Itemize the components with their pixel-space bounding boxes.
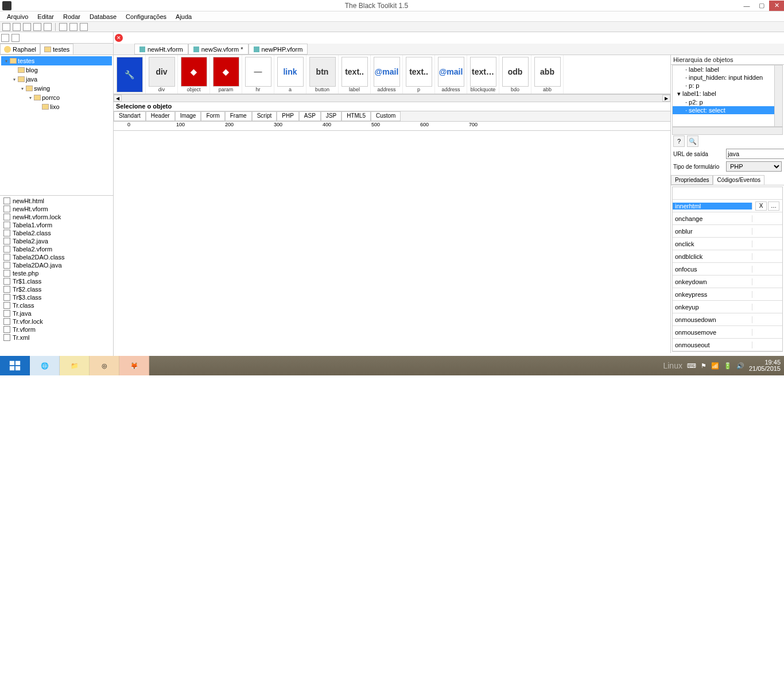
palette-item-p[interactable]: text..p xyxy=(403,55,435,94)
palette-item-div[interactable]: divdiv xyxy=(146,55,178,94)
events-list[interactable]: innerhtmlX…onchangeonbluronclickondblcli… xyxy=(672,187,783,352)
hierarchy-scroll[interactable] xyxy=(774,65,782,126)
menu-database[interactable]: Database xyxy=(85,13,121,21)
hierarchy-node[interactable]: · p2: p xyxy=(673,98,782,106)
explorer-icon[interactable]: 📁 xyxy=(60,356,90,375)
file-item[interactable]: Tabela2.class xyxy=(1,229,112,237)
file-item[interactable]: Tr$2.class xyxy=(1,285,112,293)
category-tab-jsp[interactable]: JSP xyxy=(321,111,341,121)
tree-node[interactable]: ▾java xyxy=(1,75,112,84)
file-item[interactable]: Tr.java xyxy=(1,309,112,317)
file-item[interactable]: Tabela1.vform xyxy=(1,221,112,229)
tree-node[interactable]: ▾porrco xyxy=(1,93,112,102)
close-all-icon[interactable]: ✕ xyxy=(115,34,123,42)
palette-item-a[interactable]: linka xyxy=(274,55,306,94)
hierarchy-node[interactable]: · input_hidden: input hidden xyxy=(673,73,782,82)
ie-icon[interactable]: 🌐 xyxy=(30,356,60,375)
category-tab-standart[interactable]: Standart xyxy=(114,111,146,121)
firefox-icon[interactable]: 🦊 xyxy=(119,356,149,375)
scroll-track[interactable] xyxy=(122,95,662,102)
palette-scrollbar[interactable]: ◀ ▶ xyxy=(114,94,670,102)
event-row-onkeyup[interactable]: onkeyup xyxy=(673,301,782,313)
close-button[interactable]: ✕ xyxy=(769,1,784,11)
file-item[interactable]: Tabela2DAO.java xyxy=(1,261,112,269)
palette-item-button[interactable]: btnbutton xyxy=(306,55,339,94)
toolbar-save-icon[interactable] xyxy=(23,23,31,31)
tab-propriedades[interactable]: Propriedades xyxy=(671,175,713,185)
file-item[interactable]: Tr.xml xyxy=(1,334,112,342)
file-item[interactable]: Tr.vform xyxy=(1,325,112,334)
category-tab-form[interactable]: Form xyxy=(201,111,224,121)
hierarchy-node[interactable]: · label: label xyxy=(673,65,782,73)
category-tab-header[interactable]: Header xyxy=(146,111,175,121)
tray-flag-icon[interactable]: ⚑ xyxy=(701,362,707,370)
project-tab-raphael[interactable]: Raphael xyxy=(0,44,40,55)
formtype-select[interactable]: PHP xyxy=(726,161,782,172)
event-row-innerhtml[interactable]: innerhtmlX… xyxy=(673,200,782,212)
url-input[interactable] xyxy=(726,149,784,159)
toolbar-open-icon[interactable] xyxy=(13,23,21,31)
scroll-left-icon[interactable]: ◀ xyxy=(114,95,122,102)
palette-item-abb[interactable]: abbabb xyxy=(531,55,564,94)
toolbar-stop-icon[interactable] xyxy=(69,23,77,31)
menu-editar[interactable]: Editar xyxy=(33,13,59,21)
tray-battery-icon[interactable]: 🔋 xyxy=(724,362,732,370)
category-tab-asp[interactable]: ASP xyxy=(299,111,321,121)
toolbar-web-icon[interactable] xyxy=(80,23,88,31)
toolbar-new-icon[interactable] xyxy=(2,23,10,31)
doc-tab-2[interactable]: newPHP.vform xyxy=(249,44,308,55)
menu-ajuda[interactable]: Ajuda xyxy=(171,13,196,21)
system-clock[interactable]: 19:45 21/05/2015 xyxy=(749,359,781,372)
palette-item-bdo[interactable]: odbbdo xyxy=(499,55,531,94)
tree-node[interactable]: ▾swing xyxy=(1,84,112,93)
folder-tree[interactable]: ▾testesblog▾java▾swing▾porrcolixo xyxy=(0,55,113,195)
file-item[interactable]: newHt.vform.lock xyxy=(1,213,112,221)
event-row-onkeypress[interactable]: onkeypress xyxy=(673,288,782,301)
left-tool-2-icon[interactable] xyxy=(11,34,20,42)
event-row-onmouseout[interactable]: onmouseout xyxy=(673,339,782,351)
file-item[interactable]: newHt.html xyxy=(1,197,112,205)
event-row-ondblclick[interactable]: ondblclick xyxy=(673,250,782,263)
category-tab-frame[interactable]: Frame xyxy=(225,111,252,121)
project-tab-testes[interactable]: testes xyxy=(40,44,73,55)
palette-item-object[interactable]: ◆object xyxy=(178,55,210,94)
event-row-onfocus[interactable]: onfocus xyxy=(673,263,782,276)
hierarchy-node[interactable]: · p: p xyxy=(673,82,782,90)
doc-tab-1[interactable]: newSw.vform * xyxy=(188,44,249,55)
file-item[interactable]: Tabela2.java xyxy=(1,237,112,245)
doc-tab-0[interactable]: newHt.vform xyxy=(134,44,188,55)
maximize-button[interactable]: ▢ xyxy=(754,1,769,11)
palette-item-address[interactable]: @mailaddress xyxy=(371,55,403,94)
file-item[interactable]: Tr.class xyxy=(1,301,112,309)
file-list[interactable]: newHt.htmlnewHt.vformnewHt.vform.lockTab… xyxy=(0,195,113,365)
file-item[interactable]: Tr$3.class xyxy=(1,293,112,301)
tray-volume-icon[interactable]: 🔊 xyxy=(736,362,744,370)
start-button[interactable] xyxy=(0,356,30,375)
keyboard-icon[interactable]: ⌨ xyxy=(687,362,696,370)
menu-rodar[interactable]: Rodar xyxy=(59,13,85,21)
tree-node[interactable]: blog xyxy=(1,65,112,75)
file-item[interactable]: teste.php xyxy=(1,269,112,277)
menu-config[interactable]: Configurações xyxy=(121,13,171,21)
category-tab-custom[interactable]: Custom xyxy=(371,111,401,121)
hierarchy-node[interactable]: ▾ label1: label xyxy=(673,90,782,98)
file-item[interactable]: newHt.vform xyxy=(1,205,112,213)
palette-item-[interactable]: 🔧 xyxy=(114,55,146,94)
palette-item-blockquote[interactable]: text…blockquote xyxy=(467,55,499,94)
category-tab-script[interactable]: Script xyxy=(252,111,277,121)
hierarchy-node[interactable]: · select: select xyxy=(673,106,782,114)
category-tab-image[interactable]: Image xyxy=(175,111,201,121)
file-item[interactable]: Tr$1.class xyxy=(1,277,112,285)
file-item[interactable]: Tr.vfor.lock xyxy=(1,317,112,325)
toolbar-run-icon[interactable] xyxy=(59,23,67,31)
toolbar-saveall-icon[interactable] xyxy=(33,23,41,31)
event-edit-button[interactable]: … xyxy=(768,201,779,211)
event-row-onchange[interactable]: onchange xyxy=(673,212,782,225)
tree-node[interactable]: ▾testes xyxy=(1,56,112,65)
left-tool-1-icon[interactable] xyxy=(1,34,9,42)
palette-item-hr[interactable]: —hr xyxy=(242,55,274,94)
event-row-onmousedown[interactable]: onmousedown xyxy=(673,313,782,326)
help-button[interactable]: ? xyxy=(673,135,685,147)
toolbar-edit-icon[interactable] xyxy=(44,23,52,31)
event-row-onblur[interactable]: onblur xyxy=(673,225,782,238)
